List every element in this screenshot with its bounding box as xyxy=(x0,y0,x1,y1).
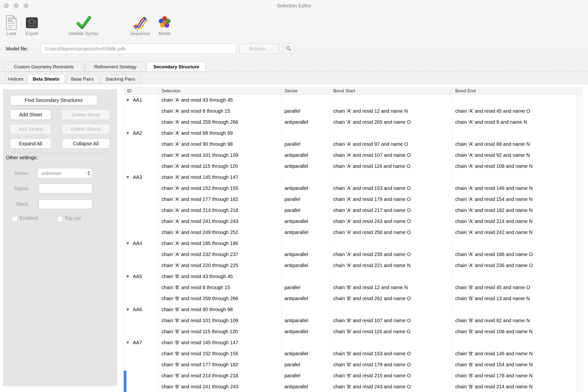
search-button[interactable] xyxy=(283,44,294,54)
column-header-sense[interactable]: Sense xyxy=(282,87,330,94)
bond-end-cell: chain 'A' and resid 186 and name O xyxy=(452,249,576,260)
table-row[interactable]: chain 'B' and resid 177 through 182 para… xyxy=(124,359,576,370)
disclosure-triangle-icon[interactable]: ▼ xyxy=(126,238,133,249)
table-row[interactable]: chain 'B' and resid 214 through 218 para… xyxy=(124,370,576,381)
expand-all-button[interactable]: Expand All xyxy=(10,138,51,149)
id-cell xyxy=(124,150,158,161)
validate-syntax-tool[interactable]: Validate Syntax xyxy=(68,13,99,36)
sense-dropdown[interactable]: unknown xyxy=(38,168,92,178)
bond-end-cell xyxy=(452,94,576,106)
column-header-bond-end[interactable]: Bond End xyxy=(452,87,577,94)
sigma-label: Sigma: xyxy=(6,184,30,193)
slack-input[interactable] xyxy=(39,200,92,209)
model-tool[interactable]: Model xyxy=(157,13,172,36)
add-strand-button[interactable]: Add Strand xyxy=(10,124,51,134)
table-row[interactable]: chain 'A' and resid 101 through 109 anti… xyxy=(124,150,576,161)
sense-cell xyxy=(282,304,330,315)
table-row[interactable]: ▼ AA6 chain 'B' and resid 90 through 98 xyxy=(124,304,576,315)
subtab-beta-sheets[interactable]: Beta Sheets xyxy=(28,74,64,84)
selection-cell: chain 'A' and resid 220 through 225 xyxy=(158,260,282,271)
sense-cell: antiparallel xyxy=(282,183,330,194)
disclosure-triangle-icon[interactable]: ▼ xyxy=(126,172,133,183)
tab-custom-geometry-restraints[interactable]: Custom Geometry Restraints xyxy=(4,62,84,72)
export-tool[interactable]: Export xyxy=(25,13,39,36)
tab-refinement-strategy[interactable]: Refinement Strategy xyxy=(85,62,146,72)
column-header-selection[interactable]: Selection xyxy=(158,87,282,94)
table-row[interactable]: ▼ AA2 chain 'A' and resid 68 through 69 xyxy=(124,128,576,139)
sense-value: unknown xyxy=(38,170,85,176)
bond-end-cell: chain 'A' and resid 68 and name N xyxy=(452,139,576,150)
load-tool[interactable]: Load xyxy=(6,13,17,36)
subtab-helices[interactable]: Helices xyxy=(5,74,26,84)
table-row[interactable]: chain 'B' and resid 101 through 109 anti… xyxy=(124,315,576,326)
selection-cell: chain 'A' and resid 68 through 69 xyxy=(158,128,282,139)
model-file-input[interactable] xyxy=(41,44,236,54)
disclosure-triangle-icon[interactable]: ▼ xyxy=(126,337,133,348)
id-cell: ▼ AA4 xyxy=(124,238,158,249)
selection-cell: chain 'B' and resid 43 through 45 xyxy=(158,271,282,282)
table-row[interactable]: chain 'A' and resid 259 through 266 anti… xyxy=(124,116,576,128)
table-row[interactable]: chain 'A' and resid 249 through 252 anti… xyxy=(124,227,576,238)
table-row[interactable]: chain 'B' and resid 8 through 15 paralle… xyxy=(124,282,576,293)
bond-start-cell xyxy=(330,238,452,249)
selection-cell: chain 'B' and resid 214 through 218 xyxy=(158,370,282,381)
selection-cell: chain 'A' and resid 214 through 218 xyxy=(158,205,282,216)
table-row[interactable]: ▼ AA3 chain 'A' and resid 145 through 14… xyxy=(124,172,576,183)
bond-start-cell xyxy=(330,304,452,315)
table-row[interactable]: chain 'B' and resid 115 through 120 anti… xyxy=(124,326,576,337)
table-row[interactable]: chain 'A' and resid 232 through 237 anti… xyxy=(124,249,576,260)
vertical-scrollbar[interactable] xyxy=(576,87,582,392)
sequence-tool[interactable]: Sequence xyxy=(130,13,150,36)
sheet-id: AA3 xyxy=(133,172,142,183)
bond-end-cell xyxy=(452,238,576,249)
subtab-base-pairs[interactable]: Base Pairs xyxy=(66,74,98,84)
sense-cell: antiparallel xyxy=(282,293,330,304)
bond-start-cell: chain 'A' and resid 116 and name O xyxy=(330,161,452,172)
tab-secondary-structure[interactable]: Secondary Structure xyxy=(147,62,206,72)
disclosure-triangle-icon[interactable]: ▼ xyxy=(126,304,133,315)
selection-cell: chain 'B' and resid 101 through 109 xyxy=(158,315,282,326)
bond-start-cell: chain 'A' and resid 97 and name O xyxy=(330,139,452,150)
add-sheet-button[interactable]: Add Sheet xyxy=(10,110,51,120)
disclosure-triangle-icon[interactable]: ▼ xyxy=(126,271,133,282)
top-out-checkbox[interactable] xyxy=(57,216,63,222)
focus-indicator xyxy=(124,371,126,392)
enabled-checkbox[interactable] xyxy=(12,216,18,222)
table-row[interactable]: ▼ AA5 chain 'B' and resid 43 through 45 xyxy=(124,271,576,282)
sense-cell: antiparallel xyxy=(282,249,330,260)
id-cell xyxy=(124,260,158,271)
model-file-row: Model file: Browse... xyxy=(0,44,588,54)
sheet-id: AA2 xyxy=(133,128,142,139)
delete-strand-button[interactable]: Delete Strand xyxy=(62,124,110,134)
browse-button[interactable]: Browse... xyxy=(239,44,280,54)
find-secondary-structures-button[interactable]: Find Secondary Structures xyxy=(10,95,97,105)
selection-cell: chain 'B' and resid 152 through 155 xyxy=(158,348,282,359)
table-row[interactable]: chain 'A' and resid 214 through 218 para… xyxy=(124,205,576,216)
table-row[interactable]: chain 'B' and resid 259 through 266 anti… xyxy=(124,293,576,304)
disclosure-triangle-icon[interactable]: ▼ xyxy=(126,128,133,139)
table-row[interactable]: chain 'A' and resid 115 through 120 anti… xyxy=(124,161,576,172)
table-row[interactable]: chain 'B' and resid 152 through 155 anti… xyxy=(124,348,576,359)
table-row[interactable]: chain 'A' and resid 90 through 98 parall… xyxy=(124,139,576,150)
slack-label: Slack: xyxy=(6,200,30,209)
sense-cell: parallel xyxy=(282,205,330,216)
table-row[interactable]: chain 'A' and resid 8 through 15 paralle… xyxy=(124,106,576,116)
table-row[interactable]: chain 'B' and resid 241 through 243 anti… xyxy=(124,381,576,392)
disclosure-triangle-icon[interactable]: ▼ xyxy=(126,94,133,106)
table-row[interactable]: chain 'A' and resid 177 through 182 para… xyxy=(124,194,576,205)
table-row[interactable]: ▼ AA7 chain 'B' and resid 145 through 14… xyxy=(124,337,576,348)
table-row[interactable]: chain 'A' and resid 152 through 155 anti… xyxy=(124,183,576,194)
column-header-bond-start[interactable]: Bond Start xyxy=(330,87,452,94)
collapse-all-button[interactable]: Collapse All xyxy=(62,138,110,149)
table-row[interactable]: ▼ AA1 chain 'A' and resid 43 through 45 xyxy=(124,94,576,106)
window-chrome: Selection Editor Load xyxy=(0,0,588,84)
sense-cell: parallel xyxy=(282,370,330,381)
sigma-input[interactable] xyxy=(39,184,92,193)
table-row[interactable]: chain 'A' and resid 220 through 225 anti… xyxy=(124,260,576,271)
sub-tab-bar: Helices Beta Sheets Base Pairs Stacking … xyxy=(0,74,588,84)
table-row[interactable]: chain 'A' and resid 241 through 243 anti… xyxy=(124,216,576,227)
delete-sheet-button[interactable]: Delete Sheet xyxy=(62,110,110,120)
table-row[interactable]: ▼ AA4 chain 'A' and resid 185 through 18… xyxy=(124,238,576,249)
column-header-id[interactable]: ID xyxy=(124,87,158,94)
subtab-stacking-pairs[interactable]: Stacking Pairs xyxy=(100,74,140,84)
